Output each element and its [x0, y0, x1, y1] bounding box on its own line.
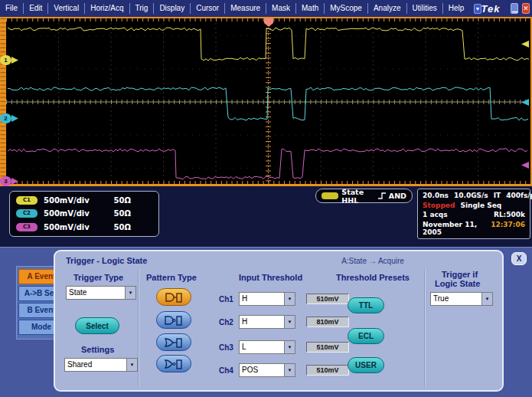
ch1-label: Ch1: [219, 295, 233, 303]
pattern-or-button[interactable]: [156, 333, 191, 351]
ch1-threshold-select[interactable]: H ▼: [239, 292, 295, 306]
channel3-marker[interactable]: 3: [0, 176, 11, 186]
channel-readout-box: C1 500mV/div 50Ω C2 500mV/div 50Ω C3 500…: [9, 191, 159, 237]
chevron-down-icon[interactable]: ▼: [284, 293, 295, 305]
ch3-threshold-select[interactable]: L ▼: [239, 340, 295, 354]
menu-cursor[interactable]: Cursor: [190, 3, 224, 14]
menu-overflow-button[interactable]: ▼: [474, 4, 481, 14]
chevron-down-icon[interactable]: ▼: [125, 287, 135, 299]
menu-vertical[interactable]: Vertical: [47, 3, 84, 14]
acquisition-status: Stopped: [423, 202, 455, 209]
time-display: 12:37:06: [491, 221, 525, 236]
trigger-readout[interactable]: State HHL AND: [315, 189, 413, 203]
vertical-scale-ruler: [0, 18, 6, 184]
ch1-impedance: 50Ω: [114, 196, 131, 205]
ch1-badge: C1: [16, 196, 38, 205]
ch1-threshold-value: H: [240, 293, 284, 305]
ch3-scale: 500mV/div: [44, 223, 90, 231]
trigger-logic-state-dialog: Trigger - Logic State A:State → Acquire …: [54, 250, 504, 392]
input-threshold-heading: Input Threshold: [239, 273, 302, 282]
ch2-label: Ch2: [219, 318, 233, 326]
ch4-threshold-value: POS: [240, 364, 284, 376]
ch2-impedance: 50Ω: [114, 209, 131, 218]
timebase-value: 20.0ns: [423, 192, 449, 199]
settings-select[interactable]: Shared ▼: [64, 358, 138, 372]
menu-utilities[interactable]: Utilities: [406, 3, 442, 14]
panel-close-button[interactable]: X: [511, 252, 527, 265]
chevron-down-icon[interactable]: ▼: [284, 341, 295, 353]
ch1-readout-row[interactable]: C1 500mV/div 50Ω: [16, 196, 152, 205]
select-button[interactable]: Select: [75, 317, 119, 334]
menu-myscope[interactable]: MyScope: [324, 3, 367, 14]
settings-heading: Settings: [81, 345, 114, 354]
menu-mask[interactable]: Mask: [266, 3, 295, 14]
trace-ch3: [8, 149, 527, 179]
trigger-if-heading-line2: Logic State: [435, 279, 480, 288]
user-preset-button[interactable]: USER: [348, 357, 384, 373]
menu-edit[interactable]: Edit: [23, 3, 47, 14]
trigger-type-heading: Trigger Type: [73, 273, 123, 282]
tek-logo: Tek: [481, 3, 501, 15]
ch1-scale: 500mV/div: [44, 196, 90, 205]
waveform-display[interactable]: 1 2 3: [0, 17, 532, 186]
rising-edge-icon: [377, 192, 385, 200]
ch2-threshold-select[interactable]: H ▼: [239, 315, 295, 329]
minimize-button[interactable]: ▁: [511, 3, 518, 14]
nand-gate-icon: [164, 314, 184, 326]
nor-gate-icon: [164, 358, 184, 370]
trigger-if-heading-line1: Trigger if: [442, 270, 478, 279]
chevron-down-icon[interactable]: ▼: [481, 293, 492, 305]
threshold-presets-heading: Threshold Presets: [336, 273, 410, 282]
dialog-context-path: A:State → Acquire: [308, 257, 438, 265]
trigger-type-value: State: [67, 287, 125, 299]
channel1-marker[interactable]: 1: [0, 55, 11, 65]
ch3-threshold-value: L: [240, 341, 284, 353]
chevron-down-icon[interactable]: ▼: [284, 316, 295, 328]
ch1-threshold-mv: 510mV: [306, 294, 349, 304]
trace-ch2: [8, 87, 528, 120]
menu-bar: File Edit Vertical Horiz/Acq Trig Displa…: [0, 0, 532, 17]
menu-measure[interactable]: Measure: [224, 3, 266, 14]
pattern-nor-button[interactable]: [156, 355, 191, 372]
sample-rate-value: 10.0GS/s: [454, 192, 488, 199]
menu-math[interactable]: Math: [295, 3, 324, 14]
record-length: RL:500k: [494, 211, 525, 218]
trigger-logic-label: AND: [389, 192, 406, 200]
ch2-badge: C2: [16, 209, 38, 218]
ch3-readout-row[interactable]: C3 500mV/div 50Ω: [16, 223, 152, 231]
menu-horiz-acq[interactable]: Horiz/Acq: [84, 3, 129, 14]
graticule: [0, 18, 529, 184]
menu-analyze[interactable]: Analyze: [367, 3, 406, 14]
ch2-scale: 500mV/div: [44, 209, 90, 218]
pattern-type-heading: Pattern Type: [146, 273, 197, 282]
ch2-threshold-value: H: [240, 316, 284, 328]
ttl-preset-button[interactable]: TTL: [348, 297, 384, 313]
trigger-state-label: State HHL: [341, 188, 374, 205]
ch3-impedance: 50Ω: [114, 223, 131, 231]
pattern-nand-button[interactable]: [156, 311, 191, 329]
acqs-count: 1 acqs: [423, 211, 448, 218]
trigger-type-select[interactable]: State ▼: [66, 286, 136, 300]
chevron-down-icon[interactable]: ▼: [284, 364, 295, 376]
menu-display[interactable]: Display: [153, 3, 190, 14]
dialog-title: Trigger - Logic State: [66, 256, 147, 265]
divider: [424, 270, 426, 386]
close-window-button[interactable]: ✕: [522, 3, 530, 14]
menu-file[interactable]: File: [0, 3, 23, 14]
ecl-preset-button[interactable]: ECL: [348, 328, 384, 344]
ch3-label: Ch3: [219, 343, 233, 352]
resolution-value: 400fs/pt: [506, 192, 532, 199]
menu-help[interactable]: Help: [442, 3, 470, 14]
ch4-threshold-select[interactable]: POS ▼: [239, 363, 295, 377]
trigger-if-select[interactable]: True ▼: [430, 292, 493, 306]
trigger-indicator-icon: [321, 192, 338, 199]
or-gate-icon: [164, 336, 184, 349]
acquisition-readout: 20.0ns 10.0GS/s IT 400fs/pt Stopped Sing…: [417, 189, 530, 239]
pattern-and-button[interactable]: [156, 288, 191, 306]
ch3-badge: C3: [16, 223, 38, 231]
date-display: November 11, 2005: [423, 221, 485, 236]
channel2-marker[interactable]: 2: [0, 113, 11, 123]
chevron-down-icon[interactable]: ▼: [126, 359, 137, 371]
ch2-readout-row[interactable]: C2 500mV/div 50Ω: [16, 209, 152, 218]
menu-trig[interactable]: Trig: [129, 3, 154, 14]
